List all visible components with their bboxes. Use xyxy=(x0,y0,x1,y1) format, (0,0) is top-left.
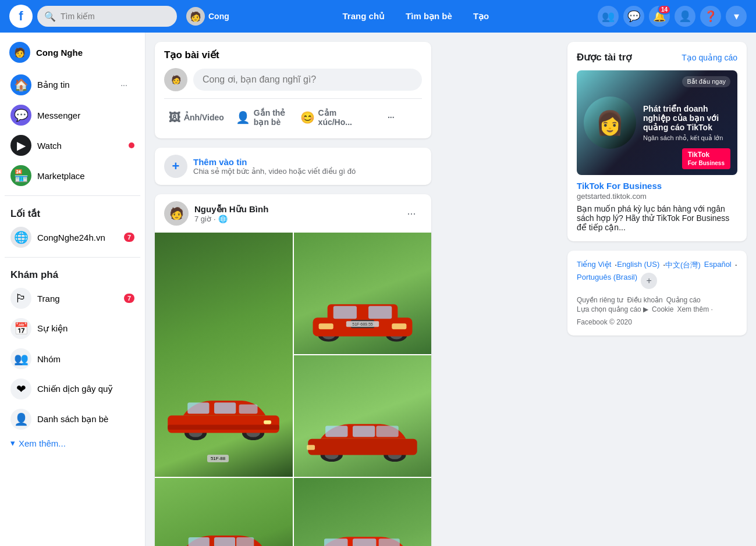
sidebar-item-events-label: Sự kiện xyxy=(37,323,134,334)
nav-right: 👥 💬 🔔 14 👤 ❓ ▾ xyxy=(598,6,747,27)
nav-link-friends[interactable]: Tìm bạn bè xyxy=(396,6,462,26)
svg-rect-7 xyxy=(239,404,258,413)
lang-pt[interactable]: Português (Brasil) xyxy=(577,273,637,289)
footer-ad-choices[interactable]: Lựa chọn quảng cáo ▶ xyxy=(577,305,648,313)
sidebar-item-groups[interactable]: 👥 Nhóm xyxy=(5,344,140,374)
svg-rect-30 xyxy=(376,426,398,437)
sponsored-header: Được tài trợ Tạo quảng cáo xyxy=(577,51,737,63)
search-bar[interactable]: 🔍 xyxy=(37,6,177,27)
svg-text:51F·689.55: 51F·689.55 xyxy=(352,322,373,326)
sidebar-item-events[interactable]: 📅 Sự kiện xyxy=(5,313,140,344)
footer-ads[interactable]: Quảng cáo xyxy=(666,296,701,304)
search-input[interactable] xyxy=(61,12,154,21)
marketplace-icon: 🏪 xyxy=(10,165,31,186)
svg-rect-9 xyxy=(168,424,279,430)
feed-post-more-btn[interactable]: ··· xyxy=(401,203,422,224)
post-input[interactable] xyxy=(193,69,422,91)
create-post-title: Tạo bài viết xyxy=(164,49,422,61)
sidebar-item-messenger[interactable]: 💬 Messenger xyxy=(5,100,140,130)
tiktok-brand-tag: TikTokFor Business xyxy=(682,148,730,169)
sidebar-divider-1 xyxy=(5,195,140,196)
lang-viet[interactable]: Tiếng Việt xyxy=(577,260,611,270)
post-image-2[interactable]: 51F·689.55 xyxy=(294,233,432,354)
svg-rect-27 xyxy=(308,438,417,455)
sidebar-item-fundraiser[interactable]: ❤ Chiến dịch gây quỹ xyxy=(5,374,140,404)
more-icon: ··· xyxy=(388,113,395,122)
post-avatar: 🧑 xyxy=(164,68,187,91)
footer-cookie[interactable]: Cookie xyxy=(652,305,673,313)
ad-description: Bạn muốn phá kỳ lục bán hàng với ngân sá… xyxy=(577,204,737,232)
sidebar-item-friend-list-label: Danh sách bạn bè xyxy=(37,414,134,424)
svg-rect-16 xyxy=(333,306,357,319)
privacy-separator: · xyxy=(214,215,216,223)
watch-icon: ▶ xyxy=(10,135,31,156)
sidebar-item-pages[interactable]: 🏳 Trang 7 xyxy=(5,283,140,313)
svg-rect-4 xyxy=(168,415,279,433)
feed-post-author[interactable]: Nguyễn Hữu Bình xyxy=(194,204,395,215)
sidebar-item-watch[interactable]: ▶ Watch xyxy=(5,130,140,160)
sponsored-box: Được tài trợ Tạo quảng cáo 👩 Phát triển … xyxy=(567,42,747,241)
post-image-4[interactable] xyxy=(155,478,293,546)
sidebar-item-news-feed[interactable]: 🏠 Bảng tin ··· xyxy=(5,70,140,100)
feed-post-avatar: 🧑 xyxy=(164,201,189,226)
svg-rect-45 xyxy=(324,538,347,546)
sidebar-user-name: Cong Nghe xyxy=(36,48,83,58)
post-image-1[interactable]: 51F-88 xyxy=(155,233,293,477)
shortcuts-title: Lối tắt xyxy=(5,201,140,222)
svg-rect-39 xyxy=(236,537,254,546)
lang-sep-3: · xyxy=(735,260,737,270)
news-feed-more-icon[interactable]: ··· xyxy=(113,74,134,95)
notification-badge: 14 xyxy=(658,5,671,15)
fundraiser-icon: ❤ xyxy=(10,379,31,399)
sidebar-item-fundraiser-label: Chiến dịch gây quỹ xyxy=(37,384,134,394)
ad-follow-btn[interactable]: Bắt đầu ngay xyxy=(682,76,730,87)
post-image-5[interactable] xyxy=(294,478,432,546)
svg-rect-28 xyxy=(325,426,347,437)
lang-en[interactable]: English (US) xyxy=(617,260,659,270)
post-image-3[interactable] xyxy=(294,355,432,477)
nav-link-home[interactable]: Trang chủ xyxy=(333,6,395,26)
post-input-row: 🧑 xyxy=(164,68,422,91)
sidebar-item-news-feed-label: Bảng tin xyxy=(37,80,108,90)
help-icon-btn[interactable]: ❓ xyxy=(700,6,721,27)
sidebar-item-marketplace[interactable]: 🏪 Marketplace xyxy=(5,160,140,191)
lang-es[interactable]: Español xyxy=(704,260,732,270)
photo-video-btn[interactable]: 🖼 Ảnh/Video xyxy=(164,104,229,131)
svg-rect-6 xyxy=(214,402,236,413)
people-icon-btn[interactable]: 👥 xyxy=(598,6,619,27)
feeling-btn[interactable]: 😊 Cảm xúc/Ho... xyxy=(296,104,358,131)
chevron-down-icon-btn[interactable]: ▾ xyxy=(726,6,747,27)
tag-friends-btn[interactable]: 👤 Gắn thẻ bạn bè xyxy=(231,104,293,131)
footer-privacy[interactable]: Quyền riêng tư xyxy=(577,296,623,304)
svg-rect-19 xyxy=(318,323,333,329)
add-story-box: + Thêm vào tin Chia sẻ một bức ảnh, vide… xyxy=(155,148,431,185)
ad-brand-name[interactable]: TikTok For Business xyxy=(577,181,737,191)
footer-terms[interactable]: Điều khoản xyxy=(627,296,662,304)
lang-zh[interactable]: 中文(台灣) xyxy=(665,260,701,270)
add-story-plus-btn[interactable]: + xyxy=(164,155,187,178)
svg-rect-29 xyxy=(353,426,375,437)
more-actions-btn[interactable]: ··· xyxy=(360,104,422,131)
footer-more[interactable]: Xem thêm · xyxy=(677,305,712,313)
create-ad-link[interactable]: Tạo quảng cáo xyxy=(682,53,737,62)
sidebar-item-messenger-label: Messenger xyxy=(37,110,134,120)
sidebar-item-friend-list[interactable]: 👤 Danh sách bạn bè xyxy=(5,404,140,434)
svg-rect-37 xyxy=(189,537,210,546)
add-story-title: Thêm vào tin xyxy=(193,157,356,167)
sidebar-item-congnghe24h[interactable]: 🌐 CongNghe24h.vn 7 xyxy=(5,222,140,252)
svg-rect-31 xyxy=(307,445,315,450)
see-more-link[interactable]: ▾ Xem thêm... xyxy=(5,434,140,452)
svg-rect-17 xyxy=(368,306,392,319)
explore-title: Khám phá xyxy=(5,262,140,283)
sidebar-user[interactable]: 🧑 Cong Nghe xyxy=(5,37,140,67)
nav-user[interactable]: 🧑 Cong xyxy=(182,5,234,28)
find-friends-icon-btn[interactable]: 👤 xyxy=(675,6,695,27)
congnghe-badge: 7 xyxy=(124,233,134,242)
tag-friends-icon: 👤 xyxy=(236,110,250,124)
notifications-icon-btn[interactable]: 🔔 14 xyxy=(649,6,670,27)
lang-add-btn[interactable]: + xyxy=(641,273,657,289)
nav-link-create[interactable]: Tạo xyxy=(464,6,498,26)
right-sidebar: Được tài trợ Tạo quảng cáo 👩 Phát triển … xyxy=(558,33,756,546)
ad-image[interactable]: 👩 Phát triển doanh nghiệp của bạn với qu… xyxy=(577,70,737,175)
messenger-icon-btn[interactable]: 💬 xyxy=(623,6,644,27)
